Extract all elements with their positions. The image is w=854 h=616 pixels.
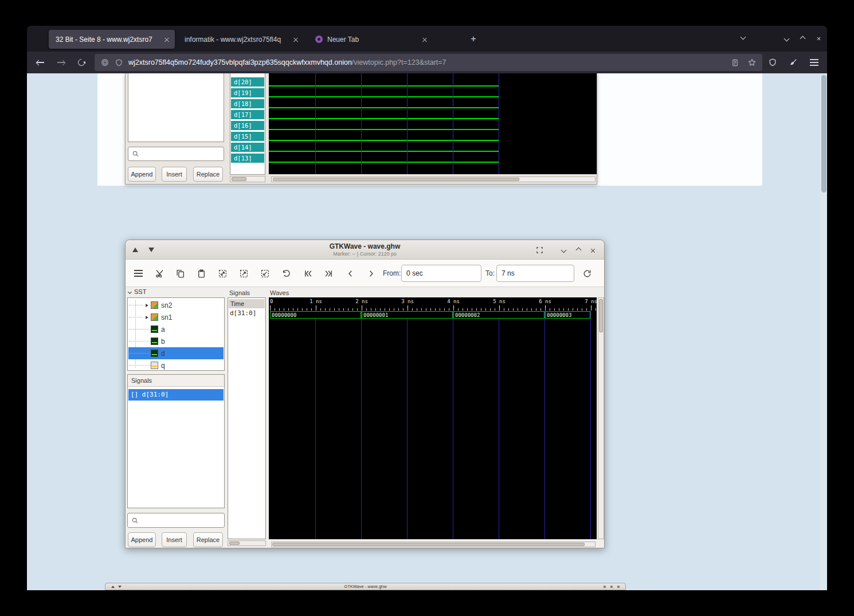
- bus-line: [269, 140, 499, 141]
- forward-arrow-icon: [57, 59, 65, 66]
- skip-to-end-icon[interactable]: [321, 266, 336, 281]
- sst-tree: sn2sn1abdq: [127, 297, 225, 371]
- signal-name-cell[interactable]: d[16]: [231, 121, 264, 130]
- minimize-chevron-icon[interactable]: [559, 245, 569, 255]
- replace-button[interactable]: Replace: [193, 532, 223, 547]
- security-shield-icon[interactable]: [766, 56, 779, 69]
- time-row[interactable]: Time: [229, 299, 265, 308]
- tree-connector: [129, 305, 143, 305]
- append-button[interactable]: Append: [128, 532, 156, 547]
- maximize-chevron-icon[interactable]: [574, 245, 583, 255]
- tree-item-d[interactable]: d: [128, 347, 224, 359]
- waveform-pane[interactable]: 01 ns2 ns3 ns4 ns5 ns6 ns7 ns 0000000000…: [269, 297, 597, 539]
- signal-names-column: d[20]d[19]d[18]d[17]d[16]d[15]d[14]d[13]: [230, 73, 265, 175]
- tree-item-a[interactable]: a: [128, 323, 224, 335]
- tree-connector: [129, 341, 151, 342]
- zoom-out-icon[interactable]: [257, 266, 272, 281]
- window-close-button[interactable]: [812, 32, 825, 45]
- tab-close-icon[interactable]: [162, 35, 171, 44]
- collapse-chevron-icon: [128, 289, 132, 293]
- tab-title: 32 Bit - Seite 8 - www.wj2xtsro7: [56, 36, 159, 44]
- expander-icon[interactable]: [143, 313, 151, 321]
- tree-item-q[interactable]: q: [128, 359, 224, 371]
- horizontal-scrollbar[interactable]: [230, 176, 265, 182]
- titlebar[interactable]: GTKWave - wave.ghw Marker: -- | Cursor: …: [126, 240, 604, 260]
- grid-line: [315, 311, 316, 539]
- insert-button[interactable]: Insert: [162, 167, 187, 182]
- shield-icon[interactable]: [115, 58, 123, 67]
- signal-name-cell[interactable]: d[14]: [231, 143, 264, 152]
- horizontal-scrollbar[interactable]: [228, 540, 266, 546]
- reload-button[interactable]: [73, 54, 90, 71]
- menu-icon[interactable]: [131, 266, 146, 281]
- toolbar: From: To:: [126, 260, 604, 287]
- zoom-in-icon[interactable]: [236, 266, 251, 281]
- new-identity-broom-icon[interactable]: [786, 56, 800, 69]
- horizontal-scrollbar[interactable]: [271, 542, 596, 547]
- bus-segment: 00000000: [270, 311, 361, 319]
- scrollbar-thumb[interactable]: [821, 75, 826, 193]
- scrollbar-thumb[interactable]: [229, 542, 240, 545]
- scrollbar-thumb[interactable]: [273, 178, 519, 181]
- bookmark-star-icon[interactable]: [747, 58, 757, 67]
- browser-scrollbar[interactable]: [820, 73, 827, 590]
- new-tab-button[interactable]: +: [466, 32, 481, 46]
- ruler-tick-label: 2 ns: [355, 299, 368, 304]
- vertical-scrollbar[interactable]: [598, 297, 604, 539]
- append-button[interactable]: Append: [128, 167, 156, 182]
- tab-close-icon[interactable]: [291, 35, 300, 44]
- scrollbar-thumb[interactable]: [232, 177, 246, 181]
- copy-icon[interactable]: [173, 266, 187, 281]
- module-icon: [151, 313, 158, 321]
- previous-edge-icon[interactable]: [343, 266, 358, 281]
- signal-name-cell[interactable]: d[18]: [231, 99, 264, 108]
- next-edge-icon[interactable]: [363, 266, 378, 281]
- selected-signal-row[interactable]: [] d[31:0]: [128, 389, 224, 401]
- tab-close-icon[interactable]: [420, 35, 429, 44]
- refresh-icon[interactable]: [579, 266, 594, 281]
- insert-button[interactable]: Insert: [162, 532, 187, 547]
- menu-hamburger-icon[interactable]: [807, 56, 821, 69]
- wave-icon: [151, 325, 158, 333]
- back-button[interactable]: [32, 54, 49, 71]
- tor-circuit-icon[interactable]: [100, 58, 109, 67]
- sst-header[interactable]: SST: [128, 288, 146, 295]
- window-maximize-button[interactable]: [796, 32, 809, 45]
- bus-waveform-row: 00000000000000010000000200000003: [269, 311, 597, 319]
- tree-item-sn1[interactable]: sn1: [128, 311, 224, 323]
- sst-label: SST: [134, 288, 146, 295]
- signal-name-cell[interactable]: d[19]: [231, 88, 264, 97]
- from-input[interactable]: [401, 265, 481, 282]
- paste-icon[interactable]: [194, 266, 209, 281]
- expander-icon[interactable]: [143, 301, 151, 309]
- horizontal-scrollbar[interactable]: [271, 176, 596, 182]
- signal-name-cell[interactable]: d[13]: [231, 154, 264, 163]
- ruler-tick-label: 7 ns: [585, 299, 597, 304]
- skip-to-start-icon[interactable]: [300, 266, 315, 281]
- signal-name-cell[interactable]: d[17]: [231, 110, 264, 119]
- reader-mode-icon[interactable]: [731, 58, 739, 67]
- browser-tab[interactable]: informatik - www.wj2xtsro75fl4q: [178, 30, 304, 49]
- search-input[interactable]: [128, 147, 224, 161]
- cut-icon[interactable]: [152, 266, 167, 281]
- browser-tab[interactable]: 32 Bit - Seite 8 - www.wj2xtsro7: [49, 30, 175, 49]
- browser-tab[interactable]: Neuer Tab: [308, 30, 433, 49]
- replace-button[interactable]: Replace: [193, 167, 223, 182]
- signals-column-header[interactable]: Signals: [128, 375, 224, 387]
- url-bar[interactable]: wj2xtsro75fl4q5mo724fudy375vblpqfai3pzp6…: [95, 54, 762, 71]
- forward-button[interactable]: [52, 54, 69, 71]
- signal-row-label[interactable]: d[31:0]: [229, 309, 265, 318]
- signal-name-cell[interactable]: d[15]: [231, 132, 264, 141]
- close-icon[interactable]: [589, 246, 597, 254]
- signal-name-cell[interactable]: d[20]: [231, 77, 264, 87]
- scrollbar-thumb[interactable]: [272, 543, 585, 546]
- window-minimize-button[interactable]: [780, 32, 793, 45]
- fit-window-icon[interactable]: [535, 245, 544, 255]
- scrollbar-thumb[interactable]: [599, 299, 603, 332]
- to-input[interactable]: [496, 265, 574, 282]
- search-input[interactable]: [127, 513, 225, 528]
- tree-item-b[interactable]: b: [128, 335, 224, 347]
- zoom-fit-icon[interactable]: [215, 266, 230, 281]
- tree-item-sn2[interactable]: sn2: [128, 299, 224, 311]
- undo-icon[interactable]: [279, 266, 293, 281]
